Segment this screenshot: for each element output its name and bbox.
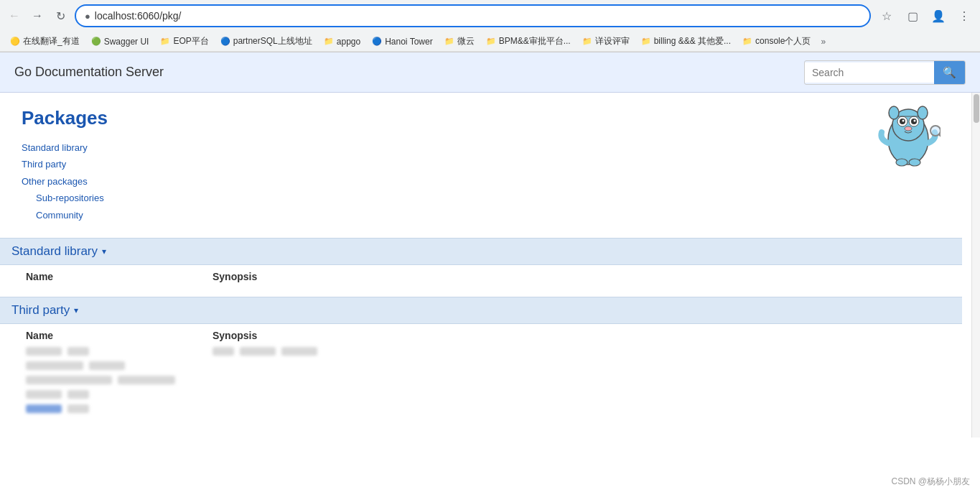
bookmark-partner[interactable]: 🔵 partnerSQL上线地址 — [216, 34, 317, 49]
folder-icon-5: 📁 — [582, 37, 592, 46]
bookmark-hanoi[interactable]: 🔵 Hanoi Tower — [368, 35, 437, 48]
back-button[interactable]: ← — [6, 7, 23, 24]
toc-third-party[interactable]: Third party — [22, 156, 941, 172]
blurred-name-3a — [26, 376, 112, 384]
toc-community[interactable]: Community — [36, 207, 941, 223]
bookmark-weiyun[interactable]: 📁 微云 — [440, 34, 479, 49]
blurred-synopsis-1c — [281, 347, 317, 356]
bookmark-label: Swagger UI — [104, 37, 149, 47]
folder-icon-6: 📁 — [641, 37, 651, 46]
youdao-icon: 🟡 — [10, 37, 20, 46]
content-wrapper: Packages Standard library Third party Ot… — [0, 93, 980, 438]
browser-nav: ← → ↻ ● ☆ ▢ 👤 ⋮ — [0, 0, 980, 32]
bookmark-review[interactable]: 📁 详设评审 — [578, 34, 634, 49]
std-name-header: Name — [22, 265, 208, 285]
blurred-name-2b — [89, 361, 125, 370]
scrollbar[interactable] — [971, 93, 980, 438]
bookmark-swagger[interactable]: 🟢 Swagger UI — [87, 35, 154, 48]
standard-library-section-header: Standard library ▾ — [0, 238, 962, 265]
bookmark-youdao[interactable]: 🟡 在线翻译_有道 — [6, 34, 84, 49]
bookmarks-bar: 🟡 在线翻译_有道 🟢 Swagger UI 📁 EOP平台 🔵 partner… — [0, 32, 980, 52]
url-input[interactable] — [95, 10, 861, 22]
bookmark-console[interactable]: 📁 console个人页 — [738, 34, 815, 49]
toc-sub-repositories[interactable]: Sub-repositories — [36, 190, 941, 206]
profile-button[interactable]: 👤 — [928, 6, 948, 26]
folder-icon-7: 📁 — [742, 37, 752, 46]
blurred-name-1 — [26, 347, 62, 356]
table-row — [22, 373, 941, 387]
folder-icon-2: 📁 — [324, 37, 334, 46]
tp-synopsis-header: Synopsis — [208, 324, 941, 344]
star-button[interactable]: ☆ — [877, 6, 897, 26]
bookmark-label: 微云 — [457, 35, 475, 47]
third-party-body — [22, 344, 941, 416]
bookmark-label: appgo — [337, 37, 360, 47]
packages-heading: Packages — [22, 107, 941, 129]
bookmark-label: 详设评审 — [595, 35, 630, 47]
nav-icons: ☆ ▢ 👤 ⋮ — [877, 6, 974, 26]
third-party-toggle[interactable]: ▾ — [74, 305, 78, 315]
extension-button[interactable]: ▢ — [902, 6, 923, 26]
browser-chrome: ← → ↻ ● ☆ ▢ 👤 ⋮ 🟡 在线翻译_有道 🟢 Swagger UI 📁… — [0, 0, 980, 52]
blurred-name-3b — [118, 376, 175, 384]
bookmark-eop[interactable]: 📁 EOP平台 — [156, 34, 213, 49]
third-party-section-header: Third party ▾ — [0, 297, 962, 324]
svg-line-15 — [939, 134, 941, 138]
blurred-name-4a — [26, 390, 62, 399]
third-party-link[interactable]: Third party — [11, 303, 70, 318]
bookmark-label: Hanoi Tower — [385, 37, 432, 47]
blurred-synopsis-1b — [240, 347, 276, 356]
svg-point-9 — [889, 106, 899, 119]
toc-standard-library[interactable]: Standard library — [22, 139, 941, 156]
bookmark-label: console个人页 — [755, 35, 811, 47]
bookmark-appgo[interactable]: 📁 appgo — [319, 35, 365, 48]
address-bar: ● — [75, 4, 871, 27]
svg-point-6 — [902, 120, 905, 122]
svg-point-8 — [905, 126, 912, 131]
lock-icon: ● — [85, 11, 90, 22]
search-button[interactable]: 🔍 — [934, 61, 965, 84]
svg-point-13 — [909, 159, 920, 166]
bookmark-label: EOP平台 — [173, 35, 208, 47]
blurred-name-2a — [26, 361, 83, 370]
reload-button[interactable]: ↻ — [52, 7, 69, 24]
bookmark-label: 在线翻译_有道 — [23, 35, 80, 47]
blurred-name-5b — [67, 404, 89, 413]
std-synopsis-header: Synopsis — [208, 265, 941, 285]
toc-links: Standard library Third party Other packa… — [22, 139, 941, 223]
menu-button[interactable]: ⋮ — [954, 6, 974, 26]
standard-library-table: Name Synopsis — [22, 265, 941, 285]
standard-library-link[interactable]: Standard library — [11, 244, 98, 259]
main-content: Packages Standard library Third party Ot… — [0, 93, 962, 438]
blurred-synopsis-1a — [213, 347, 234, 356]
table-row — [22, 344, 941, 358]
svg-point-7 — [914, 120, 916, 122]
folder-icon: 📁 — [160, 37, 170, 46]
page-title: Go Documentation Server — [14, 65, 164, 80]
scrollbar-thumb[interactable] — [974, 94, 979, 123]
page-header: Go Documentation Server 🔍 — [0, 52, 980, 93]
bookmarks-overflow: » — [821, 37, 826, 47]
folder-icon-3: 📁 — [444, 37, 454, 46]
search-box: 🔍 — [804, 60, 966, 85]
third-party-table: Name Synopsis — [22, 324, 941, 416]
bookmark-bpm[interactable]: 📁 BPM&&审批平台... — [482, 34, 575, 49]
toc-other-packages[interactable]: Other packages — [22, 173, 941, 190]
search-input[interactable] — [805, 63, 934, 83]
folder-icon-4: 📁 — [486, 37, 496, 46]
table-row — [22, 387, 941, 402]
svg-point-10 — [918, 106, 928, 119]
table-row — [22, 358, 941, 373]
blurred-name-5a — [26, 404, 62, 413]
forward-button[interactable]: → — [29, 7, 46, 24]
bookmark-label: BPM&&审批平台... — [499, 35, 571, 47]
table-row — [22, 402, 941, 416]
svg-point-12 — [896, 159, 907, 166]
bookmark-billing[interactable]: 📁 billing &&& 其他爱... — [637, 34, 735, 49]
standard-library-toggle[interactable]: ▾ — [102, 246, 106, 256]
partner-icon: 🔵 — [220, 37, 230, 46]
bookmark-label: billing &&& 其他爱... — [654, 35, 731, 47]
bookmark-label: partnerSQL上线地址 — [233, 35, 312, 47]
blurred-name-4b — [67, 390, 89, 399]
blurred-name-1b — [67, 347, 89, 356]
